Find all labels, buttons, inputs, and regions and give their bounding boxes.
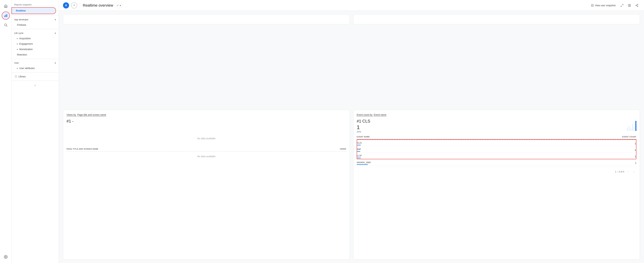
realtime-label: Realtime: [16, 9, 26, 12]
avatar[interactable]: A: [63, 2, 69, 8]
pagination-next-button[interactable]: ›: [632, 169, 636, 174]
add-comparison-button[interactable]: +: [71, 2, 77, 8]
views-table-header: PAGE TITLE AND SCREEN NAME VIEWS: [66, 146, 346, 152]
expand-icon: [620, 4, 624, 7]
event-bar-session-start: [357, 164, 368, 165]
user-chevron-icon[interactable]: ∧: [54, 62, 56, 64]
event-count-session-start: 1: [635, 162, 636, 164]
views-col1-header: PAGE TITLE AND SCREEN NAME: [66, 148, 98, 150]
life-cycle-chevron-icon[interactable]: ∧: [54, 32, 56, 34]
retention-label: Retention: [17, 53, 27, 56]
event-title-text1: Event count by: [357, 114, 372, 116]
views-title-text1: Views by: [66, 114, 76, 116]
firebase-label: Firebase: [17, 24, 26, 26]
engagement-bullet-icon: ▸: [17, 43, 18, 45]
view-user-snapshot-button[interactable]: View user snapshot: [589, 2, 618, 8]
event-row-inp[interactable]: INP 1: [357, 146, 636, 153]
life-cycle-label: Life cycle: [14, 32, 23, 34]
event-bar-lcp: [357, 158, 361, 158]
svg-point-5: [5, 256, 6, 258]
event-row-lcp[interactable]: LCP 1: [357, 153, 636, 159]
views-no-data-top: No data available: [66, 130, 346, 146]
partial-card-right: [353, 14, 640, 24]
status-check-icon: ✓: [116, 4, 119, 7]
svg-rect-8: [591, 6, 592, 6]
event-row-session-start[interactable]: session_start 1: [357, 159, 636, 166]
expand-button[interactable]: [619, 2, 625, 8]
event-name-lcp: LCP: [357, 154, 362, 157]
event-count-card: Event count by Event name #1 CLS 1 25%: [353, 110, 640, 260]
svg-rect-13: [630, 4, 631, 6]
user-attributes-bullet-icon: ▸: [17, 67, 18, 70]
icon-nav: [0, 0, 12, 263]
event-col1-header: EVENT NAME: [357, 136, 370, 138]
monetization-label: Monetization: [19, 48, 33, 50]
main-content: A + Realtime overview ✓ ▾ View user snap…: [59, 0, 644, 263]
home-nav-item[interactable]: [2, 2, 10, 10]
library-label: Library: [18, 75, 26, 78]
user-label: User: [14, 62, 19, 64]
svg-line-10: [622, 4, 623, 5]
event-row-cls[interactable]: CLS 1: [357, 140, 636, 146]
sidebar-item-firebase[interactable]: Firebase: [12, 22, 59, 28]
analytics-nav-item[interactable]: [2, 12, 10, 20]
svg-rect-7: [593, 4, 594, 5]
compare-button[interactable]: [626, 2, 632, 8]
event-rank: #1 CLS: [357, 119, 370, 124]
status-dropdown-icon[interactable]: ▾: [120, 4, 121, 7]
acquisition-bullet-icon: ▸: [17, 37, 18, 40]
add-icon: +: [73, 4, 75, 7]
event-col2-header: EVENT COUNT: [622, 136, 636, 138]
pagination-text: 1 – 4 of 4: [615, 170, 624, 173]
svg-line-17: [636, 6, 637, 6]
event-count-lcp: 1: [635, 155, 636, 158]
search-nav-item[interactable]: [2, 21, 10, 29]
sidebar-item-retention[interactable]: Retention: [12, 52, 59, 57]
sidebar-item-library[interactable]: ☐ Library: [12, 74, 59, 79]
event-name-inp: INP: [357, 148, 361, 150]
views-col2-header: VIEWS: [340, 148, 346, 150]
pagination-row: 1 – 4 of 4 ‹ ›: [357, 167, 636, 174]
content-area: Views by Page title and screen name #1 -…: [59, 11, 644, 263]
settings-nav-item[interactable]: [2, 253, 10, 261]
svg-line-11: [621, 6, 622, 6]
topbar-actions: View user snapshot: [589, 2, 640, 8]
views-by-page-title-card: Views by Page title and screen name #1 -…: [63, 110, 350, 260]
sidebar-item-realtime[interactable]: Realtime: [12, 7, 56, 14]
sidebar-item-acquisition[interactable]: ▸ Acquisition: [12, 36, 59, 41]
divider-4: [12, 72, 59, 72]
pagination-next-icon: ›: [634, 170, 634, 173]
svg-rect-6: [591, 4, 592, 5]
pagination-prev-icon: ‹: [628, 170, 628, 173]
views-rank: #1 -: [66, 119, 346, 124]
sidebar-item-monetization[interactable]: ▸ Monetization: [12, 46, 59, 52]
sidebar: Reports snapshot Realtime App developer …: [12, 0, 59, 263]
share-icon: [635, 4, 638, 7]
event-count-cls: 1: [635, 142, 636, 145]
event-table-header: EVENT NAME EVENT COUNT: [357, 134, 636, 140]
user-attributes-label: User attributes: [19, 67, 35, 70]
svg-point-9: [593, 6, 594, 6]
view-user-snapshot-label: View user snapshot: [595, 4, 616, 7]
event-rows-highlight: CLS 1 INP 1 LCP: [357, 140, 636, 159]
svg-rect-2: [6, 14, 7, 17]
share-button[interactable]: [634, 2, 640, 8]
engagement-label: Engagement: [19, 42, 33, 45]
event-name-cls: CLS: [357, 142, 362, 144]
event-count-inp: 1: [635, 148, 636, 151]
status-badge[interactable]: ✓ ▾: [114, 3, 123, 8]
event-count-big: 1: [357, 124, 370, 130]
pagination-prev-button[interactable]: ‹: [626, 169, 630, 174]
sidebar-item-engagement[interactable]: ▸ Engagement: [12, 41, 59, 46]
event-title-text2: Event name: [374, 114, 386, 116]
views-card-title[interactable]: Views by Page title and screen name: [66, 114, 346, 116]
collapse-button[interactable]: ‹: [12, 82, 59, 88]
sidebar-item-user-attributes[interactable]: ▸ User attributes: [12, 66, 59, 71]
acquisition-label: Acquisition: [19, 37, 31, 40]
svg-line-18: [636, 4, 637, 5]
app-developer-chevron-icon[interactable]: ∧: [54, 18, 56, 21]
event-card-title[interactable]: Event count by Event name: [357, 114, 636, 116]
page-title: Realtime overview: [83, 3, 113, 8]
svg-rect-1: [6, 15, 6, 17]
compare-icon: [628, 4, 631, 7]
